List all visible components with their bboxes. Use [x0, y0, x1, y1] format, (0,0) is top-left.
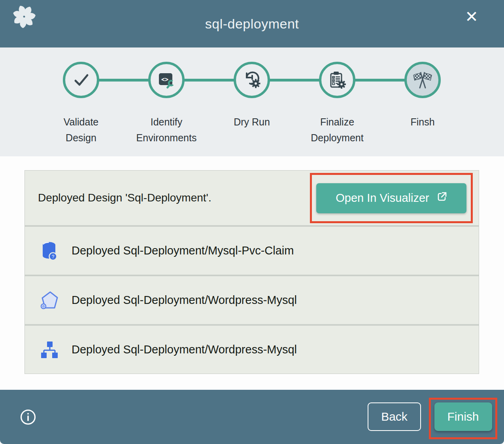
deployment-stepper: ValidateDesign <> IdentifyEnvironmen — [0, 47, 504, 156]
step-label: Dry Run — [234, 114, 270, 130]
back-button[interactable]: Back — [368, 402, 421, 431]
svg-text:<>: <> — [161, 76, 168, 83]
hierarchy-icon — [39, 339, 60, 361]
clipboard-gear-icon — [319, 62, 355, 98]
check-icon — [63, 62, 99, 98]
external-link-icon — [436, 192, 447, 205]
deployed-resource-row: ? Deployed Sql-Deployment/Mysql-Pvc-Clai… — [25, 227, 479, 275]
design-result-row: Deployed Design 'Sql-Deployment'. Open I… — [25, 171, 479, 225]
design-result-message: Deployed Design 'Sql-Deployment'. — [38, 192, 211, 204]
svg-text:?: ? — [52, 254, 55, 259]
info-icon[interactable] — [20, 409, 36, 425]
deployment-modal: sql-deployment ✕ ValidateDesign — [0, 0, 504, 444]
deployment-results-card: Deployed Design 'Sql-Deployment'. Open I… — [25, 170, 479, 374]
visualizer-highlight-box: Open In Visualizer — [310, 173, 473, 223]
finish-button[interactable]: Finish — [434, 402, 492, 431]
open-in-visualizer-button[interactable]: Open In Visualizer — [316, 183, 466, 213]
step-label: Finsh — [410, 114, 434, 130]
code-wrench-icon: <> — [148, 62, 185, 98]
modal-header: sql-deployment ✕ — [0, 0, 504, 47]
finish-highlight-box: Finish — [429, 398, 497, 439]
step-label: FinalizeDeployment — [311, 114, 363, 146]
pentagon-icon — [39, 289, 60, 311]
open-in-visualizer-label: Open In Visualizer — [336, 192, 429, 205]
step-finish: Finsh — [380, 62, 465, 146]
modal-footer: Back Finish — [0, 390, 504, 444]
checkered-flags-icon — [404, 62, 441, 98]
page-title: sql-deployment — [0, 0, 504, 47]
step-label: ValidateDesign — [64, 114, 99, 146]
step-dry-run: Dry Run — [209, 62, 294, 146]
step-label: IdentifyEnvironments — [136, 114, 197, 146]
deployed-resource-text: Deployed Sql-Deployment/Wordpress-Mysql — [72, 294, 297, 307]
close-icon[interactable]: ✕ — [461, 6, 482, 27]
deployed-resource-row: Deployed Sql-Deployment/Wordpress-Mysql — [25, 326, 479, 374]
database-icon: ? — [39, 240, 60, 262]
dry-run-icon — [234, 62, 270, 98]
step-validate-design: ValidateDesign — [38, 62, 124, 146]
step-identify-environments: <> IdentifyEnvironments — [124, 62, 209, 146]
deployed-resource-text: Deployed Sql-Deployment/Wordpress-Mysql — [72, 343, 297, 356]
deployed-resource-text: Deployed Sql-Deployment/Mysql-Pvc-Claim — [72, 244, 294, 257]
deployed-resource-row: Deployed Sql-Deployment/Wordpress-Mysql — [25, 276, 479, 324]
step-finalize-deployment: FinalizeDeployment — [294, 62, 380, 146]
